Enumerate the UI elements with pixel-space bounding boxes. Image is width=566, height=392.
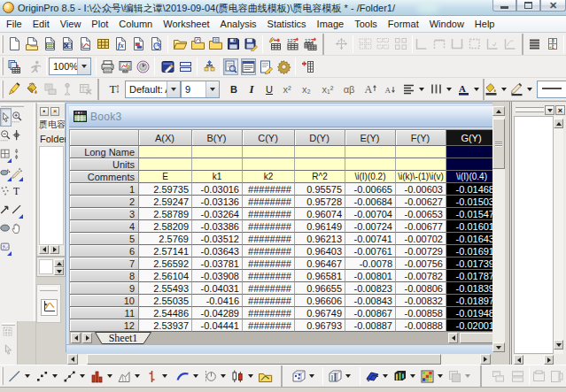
plot-hiloclose-button[interactable] [144, 368, 159, 385]
toolbar-grip[interactable] [40, 288, 58, 291]
fill-color-dropdown[interactable] [500, 81, 508, 97]
row-label-units[interactable]: Units [70, 158, 139, 171]
screen-reader-tool[interactable] [12, 127, 23, 145]
header-cell[interactable] [295, 158, 345, 171]
font-smaller-button[interactable]: A [382, 81, 397, 97]
workspace-vertical-scrollbar[interactable] [492, 106, 505, 352]
data-cell[interactable]: -0.01601 [446, 220, 493, 233]
data-cell[interactable]: -0.00684 [345, 196, 396, 208]
plot-hiloclose-dropdown[interactable] [160, 368, 168, 385]
new-folder-button[interactable] [25, 35, 40, 52]
import-wizard-button[interactable] [267, 35, 283, 52]
data-cell[interactable]: 0.96213 [295, 233, 345, 245]
new-function-button[interactable]: fx [113, 35, 128, 52]
data-cell[interactable]: 2.59247 [139, 196, 192, 208]
data-cell[interactable]: 2.55035 [139, 295, 192, 307]
menu-window[interactable]: Window [424, 16, 469, 33]
data-cell[interactable]: -0.00724 [345, 220, 396, 233]
arrange-horizontal-button[interactable] [358, 35, 373, 52]
new-notes-button[interactable] [149, 35, 164, 52]
data-cell[interactable]: -0.00782 [396, 270, 446, 282]
data-cell[interactable]: -0.00756 [396, 257, 446, 270]
data-cell[interactable]: 2.57141 [139, 245, 192, 257]
new-worksheet-button[interactable] [43, 35, 58, 52]
data-cell[interactable]: 2.59735 [139, 183, 192, 196]
data-cell[interactable]: -0.04031 [192, 282, 243, 295]
data-cell[interactable]: -0.00677 [396, 220, 446, 233]
comment-cell[interactable]: R^2 [295, 171, 345, 183]
data-cell[interactable]: 2.5769 [139, 233, 192, 245]
letter-spacing-button[interactable] [429, 81, 444, 97]
data-cell[interactable]: -0.03643 [192, 245, 243, 257]
close-button[interactable]: ✕ [540, 0, 566, 12]
scrollbar-thumb[interactable] [492, 119, 505, 169]
subscript-button[interactable]: x₂ [299, 81, 314, 97]
toolbar-grip[interactable] [1, 367, 4, 385]
data-cell[interactable]: ######## [243, 319, 295, 332]
script-window-button[interactable] [259, 58, 274, 75]
data-cell[interactable]: 2.56104 [139, 270, 192, 282]
print-preview-button[interactable] [118, 58, 133, 75]
plot-3d-scatter-dropdown[interactable] [307, 368, 315, 385]
open-button[interactable] [173, 35, 188, 52]
plot-line-symbol-dropdown[interactable] [78, 368, 86, 385]
toolbar-grip[interactable] [1, 81, 4, 98]
win-dock-v-button[interactable] [549, 368, 564, 385]
data-cell[interactable]: -0.00867 [345, 307, 396, 319]
font-color-dropdown[interactable] [472, 81, 480, 97]
header-cell[interactable] [243, 146, 295, 158]
dropdown-button[interactable] [167, 81, 180, 97]
row-header-10[interactable]: 10 [70, 295, 139, 307]
folder-tree[interactable] [39, 146, 64, 245]
scroll-down-button[interactable] [492, 342, 505, 352]
rescale-axes-button[interactable] [334, 35, 349, 52]
data-cell[interactable]: 0.96655 [295, 282, 345, 295]
menu-file[interactable]: File [1, 16, 27, 33]
plot-stock-button[interactable] [230, 368, 245, 385]
plot-line-symbol-button[interactable] [62, 368, 77, 385]
plot-contour-button[interactable] [420, 368, 435, 385]
open-template-button[interactable] [190, 35, 205, 52]
text-align-button[interactable] [401, 81, 416, 97]
comment-cell[interactable]: \i(k)\-(1)\i(v) [396, 171, 446, 183]
plot-line-dropdown[interactable] [23, 368, 31, 385]
save-template-button[interactable] [244, 35, 259, 52]
border-curve-button[interactable] [502, 35, 517, 52]
data-cell[interactable]: -0.03264 [192, 208, 243, 220]
plot-spline-button[interactable] [175, 368, 190, 385]
import-ascii-button[interactable]: 123 [285, 35, 300, 52]
menu-column[interactable]: Column [113, 16, 158, 33]
panel-grip[interactable] [516, 107, 544, 112]
menu-format[interactable]: Format [383, 16, 424, 33]
folder-item[interactable]: Folder1 [40, 134, 66, 145]
data-cell[interactable]: ######## [243, 233, 295, 245]
data-cell[interactable]: -0.01643 [446, 233, 493, 245]
letter-spacing-dropdown[interactable] [445, 81, 453, 97]
data-cell[interactable]: -0.01691 [446, 245, 493, 257]
data-cell[interactable]: -0.00653 [396, 208, 446, 220]
menu-plot[interactable]: Plot [86, 16, 113, 33]
data-cell[interactable]: -0.01897 [446, 295, 493, 307]
border-box-button[interactable] [467, 35, 482, 52]
row-header-8[interactable]: 8 [70, 270, 139, 282]
size-combo[interactable]: 9 [181, 81, 220, 98]
win-tile-button[interactable] [510, 368, 525, 385]
plot-stock-dropdown[interactable] [246, 368, 254, 385]
data-cell[interactable]: -0.00801 [345, 270, 396, 282]
data-cell[interactable]: -0.00729 [396, 245, 446, 257]
new-layout-button[interactable] [131, 35, 146, 52]
plot-3d-surface-dropdown[interactable] [381, 368, 389, 385]
panel-minimize-button[interactable]: ▪ [40, 107, 49, 116]
panel-content[interactable] [514, 116, 554, 354]
row-header-11[interactable]: 11 [70, 307, 139, 319]
data-cell[interactable]: -0.00887 [345, 319, 396, 332]
new-project-button[interactable] [7, 35, 22, 52]
pan-hand-tool[interactable] [12, 219, 23, 238]
data-cell[interactable]: -0.03781 [192, 257, 243, 270]
menu-analysis[interactable]: Analysis [215, 16, 262, 33]
data-cell[interactable]: 0.96581 [295, 270, 345, 282]
scroll-right-button[interactable] [480, 354, 491, 365]
plot-polar-button[interactable] [203, 368, 218, 385]
data-cell[interactable]: -0.01547 [446, 208, 493, 220]
draw-modify-tool[interactable] [12, 164, 23, 182]
